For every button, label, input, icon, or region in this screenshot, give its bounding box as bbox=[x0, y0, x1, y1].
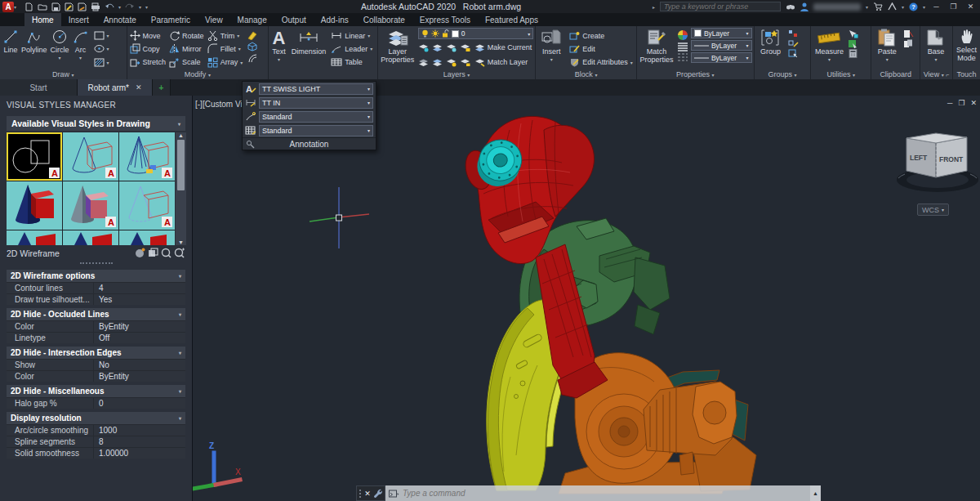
section-header[interactable]: Display resolution▾ bbox=[7, 412, 185, 424]
panel-label-view[interactable]: View ▾ ⌐ bbox=[920, 69, 952, 79]
arc-dropdown-icon[interactable]: ▾ bbox=[79, 55, 82, 63]
hatch-button[interactable]: ▾ bbox=[93, 56, 110, 69]
circle-button[interactable]: Circle▾ bbox=[49, 28, 71, 69]
layer-color-swatch[interactable] bbox=[452, 30, 459, 38]
scrollbar-thumb[interactable] bbox=[177, 140, 185, 190]
quick-select-icon[interactable] bbox=[848, 29, 858, 38]
close-button[interactable]: ✕ bbox=[964, 1, 977, 12]
autodesk-app-icon[interactable] bbox=[888, 2, 897, 11]
base-button[interactable]: Base▾ bbox=[922, 28, 950, 69]
available-styles-combo[interactable]: Available Visual Styles in Drawing▾ bbox=[7, 116, 185, 131]
panel-label-block[interactable]: Block ▾ bbox=[536, 69, 636, 79]
move-button[interactable]: Move bbox=[129, 29, 167, 42]
rectangle-button[interactable]: ▾ bbox=[93, 29, 110, 42]
ucs-icon[interactable]: Z X bbox=[193, 441, 241, 489]
save-icon[interactable] bbox=[51, 2, 60, 11]
polyline-button[interactable]: Polyline bbox=[20, 28, 49, 69]
lineweight-combo[interactable]: ByLayer▾ bbox=[691, 40, 752, 51]
vp-close-button[interactable]: ✕ bbox=[970, 99, 977, 107]
linear-dropdown-icon[interactable]: ▾ bbox=[368, 33, 370, 38]
signin-user-icon[interactable] bbox=[800, 2, 808, 11]
viewcube-left-label[interactable]: LEFT bbox=[910, 154, 928, 162]
thumbnail-shaded[interactable]: A bbox=[63, 181, 118, 230]
dimension-button[interactable]: Dimension bbox=[290, 28, 328, 69]
thumbnail-wireframe[interactable]: A bbox=[63, 132, 118, 181]
color-wheel-icon[interactable] bbox=[677, 29, 688, 41]
thumbnail-hidden[interactable]: A bbox=[119, 132, 175, 181]
ellipse-button[interactable]: ▾ bbox=[93, 42, 110, 55]
undo-dropdown-icon[interactable]: ▾ bbox=[118, 4, 121, 10]
tab-insert[interactable]: Insert bbox=[61, 13, 96, 26]
binoculars-search-icon[interactable] bbox=[786, 2, 795, 11]
tab-collaborate[interactable]: Collaborate bbox=[356, 13, 412, 26]
panel-label-layers[interactable]: Layers ▾ bbox=[378, 69, 535, 79]
measure-dropdown-icon[interactable]: ▾ bbox=[828, 56, 831, 65]
apply-style-icon[interactable] bbox=[161, 248, 172, 258]
layer-unisolate-icon[interactable] bbox=[418, 58, 429, 67]
match-layer-button[interactable]: Match Layer bbox=[474, 56, 529, 69]
edit-attributes-button[interactable]: Edit Attributes▾ bbox=[568, 56, 634, 69]
panel-label-modify[interactable]: Modify ▾ bbox=[127, 69, 269, 79]
vp-minimize-button[interactable]: ─ bbox=[947, 99, 952, 107]
layer-select-combo[interactable]: 0 ▾ bbox=[418, 28, 533, 39]
user-dropdown-icon[interactable]: ▾ bbox=[866, 4, 868, 10]
tab-addins[interactable]: Add-ins bbox=[314, 13, 356, 26]
thumbnail-realistic[interactable] bbox=[7, 181, 62, 230]
command-drag-grip[interactable] bbox=[359, 489, 362, 499]
panel-label-groups[interactable]: Groups ▾ bbox=[755, 69, 811, 79]
drawing-canvas[interactable]: LEFT FRONT Z X bbox=[193, 96, 980, 501]
array-button[interactable]: Array▾ bbox=[207, 56, 244, 69]
lineweight-icon[interactable] bbox=[677, 42, 688, 51]
block-edit-button[interactable]: Edit bbox=[568, 42, 634, 55]
fillet-dropdown-icon[interactable]: ▾ bbox=[238, 46, 241, 51]
stretch-button[interactable]: Stretch bbox=[129, 56, 167, 69]
linetype-icon[interactable] bbox=[677, 52, 688, 62]
paste-dropdown-icon[interactable]: ▾ bbox=[886, 56, 889, 65]
arc-button[interactable]: Arc▾ bbox=[71, 28, 91, 69]
help-dropdown-icon[interactable]: ▾ bbox=[923, 4, 925, 10]
save-as-icon[interactable] bbox=[65, 2, 74, 11]
text-style-combo[interactable]: TT SWISS LIGHT▾ bbox=[259, 83, 373, 95]
layer-on2-icon[interactable] bbox=[432, 58, 443, 67]
panel-label-draw[interactable]: Draw ▾ bbox=[0, 69, 127, 79]
layer-isolate-icon[interactable] bbox=[432, 43, 443, 52]
viewcube[interactable]: LEFT FRONT bbox=[897, 133, 978, 192]
tab-annotate[interactable]: Annotate bbox=[96, 13, 144, 26]
recent-commands-icon[interactable] bbox=[389, 490, 399, 498]
layer-lock-icon[interactable] bbox=[460, 43, 470, 52]
command-close-icon[interactable]: ✕ bbox=[364, 490, 371, 498]
edit-attributes-dropdown-icon[interactable]: ▾ bbox=[630, 60, 633, 65]
thumbnail-scrollbar[interactable]: ▲ ▼ bbox=[176, 132, 186, 245]
help-icon[interactable]: ? bbox=[909, 2, 918, 11]
fillet-button[interactable]: Fillet▾ bbox=[207, 42, 244, 55]
insert-dropdown-icon[interactable]: ▾ bbox=[550, 56, 553, 65]
search-input[interactable] bbox=[660, 2, 781, 11]
text-button[interactable]: A Text▾ bbox=[270, 28, 287, 69]
panel-label-properties[interactable]: Properties ▾ bbox=[637, 69, 754, 79]
mirror-button[interactable]: Mirror bbox=[168, 42, 205, 55]
layer-thaw-icon[interactable] bbox=[446, 58, 457, 67]
paste-button[interactable]: Paste▾ bbox=[873, 28, 901, 69]
new-file-icon[interactable] bbox=[24, 2, 33, 11]
linear-button[interactable]: Linear▾ bbox=[330, 29, 373, 42]
cut-icon[interactable] bbox=[903, 29, 914, 38]
command-customize-wrench-icon[interactable] bbox=[373, 489, 383, 498]
copy-style-icon[interactable] bbox=[148, 248, 158, 258]
layer-properties-button[interactable]: Layer Properties bbox=[380, 28, 416, 69]
section-header[interactable]: 2D Hide - Intersection Edges▾ bbox=[7, 347, 185, 359]
tab-output[interactable]: Output bbox=[274, 13, 314, 26]
autocad-logo-icon[interactable]: A bbox=[2, 2, 14, 12]
tab-manage[interactable]: Manage bbox=[230, 13, 274, 26]
redo-dropdown-icon[interactable]: ▾ bbox=[139, 4, 141, 10]
layer-combo-arrow-icon[interactable]: ▾ bbox=[528, 31, 530, 37]
rotate-button[interactable]: Rotate bbox=[168, 29, 205, 42]
minimize-button[interactable]: ─ bbox=[930, 1, 942, 12]
undo-icon[interactable] bbox=[105, 2, 114, 11]
tab-parametric[interactable]: Parametric bbox=[144, 13, 198, 26]
measure-button[interactable]: Measure▾ bbox=[813, 28, 845, 69]
block-create-button[interactable]: Create bbox=[568, 29, 634, 42]
make-current-button[interactable]: Make Current bbox=[474, 41, 533, 54]
layer-thaw-sun-icon[interactable] bbox=[431, 29, 439, 38]
tab-home[interactable]: Home bbox=[24, 13, 61, 26]
scroll-down-icon[interactable]: ▼ bbox=[178, 239, 184, 245]
